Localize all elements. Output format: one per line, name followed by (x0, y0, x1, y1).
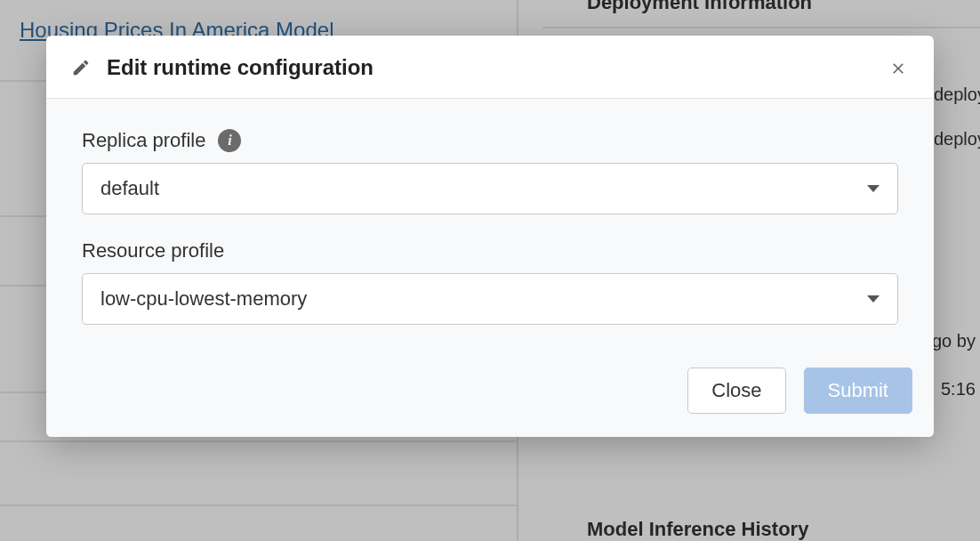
replica-profile-select[interactable]: default (82, 163, 898, 214)
info-icon[interactable]: i (218, 129, 241, 152)
edit-runtime-modal: Edit runtime configuration Replica profi… (46, 36, 934, 437)
modal-footer: Close Submit (46, 351, 934, 437)
chevron-down-icon (867, 295, 880, 303)
resource-profile-label: Resource profile (82, 239, 224, 262)
modal-close-button[interactable] (886, 55, 911, 80)
submit-button[interactable]: Submit (804, 367, 912, 414)
replica-profile-label: Replica profile (82, 129, 205, 152)
modal-header: Edit runtime configuration (46, 36, 934, 99)
resource-profile-value: low-cpu-lowest-memory (100, 287, 867, 311)
chevron-down-icon (867, 185, 880, 192)
replica-label-row: Replica profile i (82, 129, 898, 152)
resource-profile-select[interactable]: low-cpu-lowest-memory (82, 273, 898, 325)
modal-body: Replica profile i default Resource profi… (46, 99, 934, 351)
modal-title: Edit runtime configuration (107, 55, 886, 80)
close-button[interactable]: Close (687, 367, 785, 414)
pencil-icon (69, 56, 92, 79)
close-icon (890, 60, 906, 76)
replica-profile-value: default (100, 177, 867, 200)
resource-label-row: Resource profile (82, 239, 898, 262)
